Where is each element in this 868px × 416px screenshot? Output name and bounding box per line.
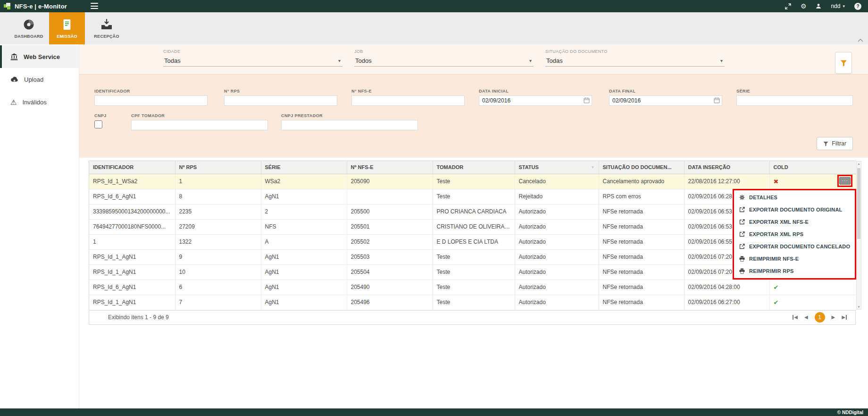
tab-dashboard[interactable]: DASHBOARD bbox=[8, 12, 49, 44]
next-page-button[interactable]: ▶ bbox=[832, 315, 835, 320]
col-data-insercao[interactable]: DATA INSERÇÃO bbox=[684, 161, 769, 174]
scrollbar-thumb[interactable] bbox=[857, 168, 860, 239]
data-inicial-input[interactable] bbox=[479, 95, 592, 106]
table-row[interactable]: RPS_Id_6_AgN1 6 AgN1 205490 Teste Autori… bbox=[89, 280, 856, 295]
calendar-icon[interactable] bbox=[584, 97, 590, 103]
menu-toggle-icon[interactable] bbox=[91, 3, 98, 9]
col-identificador[interactable]: IDENTIFICADOR bbox=[89, 161, 175, 174]
tab-emissao-label: EMISSÃO bbox=[57, 34, 77, 39]
menu-item-detalhes[interactable]: DETALHES bbox=[734, 191, 855, 204]
printer-icon bbox=[739, 256, 745, 262]
identificador-input[interactable] bbox=[94, 95, 208, 106]
table-header-row: IDENTIFICADOR Nº RPS SÉRIE Nº NFS-E TOMA… bbox=[89, 161, 856, 174]
table-row[interactable]: RPS_Id_1_WSa2 1 WSa2 205090 Teste Cancel… bbox=[89, 174, 856, 189]
chevron-down-icon: ▾ bbox=[338, 58, 341, 63]
cell-n-nfse: 205496 bbox=[347, 295, 433, 310]
sidebar-item-upload[interactable]: Upload bbox=[0, 68, 79, 91]
scroll-down-icon[interactable]: ▼ bbox=[857, 306, 861, 308]
previous-page-button[interactable]: ◀ bbox=[804, 315, 808, 320]
cell-serie: AgN1 bbox=[261, 295, 347, 310]
cell-status: Autorizado bbox=[515, 234, 599, 249]
sidebar-item-invalidos[interactable]: ⚠ Inválidos bbox=[0, 91, 79, 113]
current-page-button[interactable]: 1 bbox=[815, 312, 825, 323]
inbox-download-icon bbox=[100, 18, 113, 31]
cell-situacao: NFSe retornada bbox=[599, 204, 684, 219]
cell-n-rps: 27209 bbox=[175, 219, 261, 234]
menu-item-reimprimir-rps[interactable]: REIMPRIMIR RPS bbox=[734, 265, 855, 277]
tab-emissao[interactable]: EMISSÃO bbox=[49, 12, 85, 44]
menu-item-exportar-xml-rps[interactable]: EXPORTAR XML RPS bbox=[734, 228, 855, 240]
cell-n-rps: 1 bbox=[175, 174, 261, 189]
col-tomador[interactable]: TOMADOR bbox=[433, 161, 515, 174]
bank-icon bbox=[10, 53, 18, 60]
cell-tomador: Teste bbox=[433, 295, 515, 310]
scroll-up-icon[interactable]: ▲ bbox=[857, 162, 861, 165]
cidade-select[interactable]: CIDADE Todas▾ bbox=[163, 49, 342, 67]
col-n-nfse[interactable]: Nº NFS-E bbox=[347, 161, 433, 174]
col-situacao-documento[interactable]: SITUAÇÃO DO DOCUMEN... bbox=[599, 161, 684, 174]
data-inicial-label: DATA INICIAL bbox=[479, 89, 592, 93]
sort-indicator-icon[interactable]: ▼ bbox=[591, 165, 595, 170]
cell-serie: AgN1 bbox=[261, 249, 347, 264]
sidebar-item-web-service[interactable]: Web Service bbox=[0, 45, 79, 68]
cell-serie: AgN1 bbox=[261, 280, 347, 295]
cell-identificador: 1 bbox=[89, 234, 175, 249]
cell-n-rps: 7 bbox=[175, 295, 261, 310]
menu-item-reimprimir-nfse[interactable]: REIMPRIMIR NFS-E bbox=[734, 253, 855, 265]
cidade-label: CIDADE bbox=[163, 49, 342, 54]
collapse-chevron-icon[interactable] bbox=[858, 38, 863, 42]
app-window: NFS-e | e-Monitor ⚙ ndd ▾ ? DASHBOARD bbox=[0, 0, 868, 416]
table-scrollbar[interactable]: ▲ ▼ bbox=[856, 161, 861, 310]
serie-field: SÉRIE bbox=[736, 89, 853, 106]
cnpj-prestador-label: CNPJ PRESTADOR bbox=[281, 113, 418, 118]
cell-n-nfse: 205490 bbox=[347, 280, 433, 295]
cell-tomador: CRISTIANO DE OLIVEIRA D... bbox=[433, 219, 515, 234]
last-page-button[interactable]: ▶ bbox=[842, 315, 847, 320]
filter-toggle-button[interactable] bbox=[835, 52, 852, 74]
first-page-button[interactable]: ◀ bbox=[793, 315, 798, 320]
col-status[interactable]: ▼STATUS bbox=[515, 161, 599, 174]
menu-item-label: EXPORTAR DOCUMENTO ORIGINAL bbox=[749, 207, 843, 212]
menu-item-exportar-documento-cancelado[interactable]: EXPORTAR DOCUMENTO CANCELADO bbox=[734, 240, 855, 253]
col-n-rps[interactable]: Nº RPS bbox=[175, 161, 261, 174]
cell-tomador: Teste bbox=[433, 249, 515, 264]
tab-recepcao[interactable]: RECEPÇÃO bbox=[85, 12, 128, 44]
filter-fields: IDENTIFICADOR N° RPS N° NFS-E DATA INICI… bbox=[79, 75, 868, 158]
settings-gears-icon[interactable]: ⚙ bbox=[801, 3, 807, 9]
menu-item-exportar-xml-nfse[interactable]: EXPORTAR XML NFS-E bbox=[734, 216, 855, 228]
funnel-icon bbox=[840, 59, 847, 67]
help-icon[interactable]: ? bbox=[854, 3, 861, 10]
col-serie[interactable]: SÉRIE bbox=[261, 161, 347, 174]
cell-cold: ✔ bbox=[769, 295, 856, 310]
serie-input[interactable] bbox=[736, 95, 853, 106]
user-dropdown[interactable]: ndd ▾ bbox=[831, 3, 845, 9]
filtrar-button[interactable]: Filtrar bbox=[817, 137, 853, 150]
data-final-field: DATA FINAL bbox=[609, 89, 722, 106]
user-icon[interactable] bbox=[816, 3, 821, 9]
col-cold[interactable]: COLD bbox=[769, 161, 856, 174]
fullscreen-icon[interactable] bbox=[785, 3, 791, 9]
cnpj-prestador-input[interactable] bbox=[281, 120, 418, 130]
situacao-documento-select[interactable]: SITUAÇÃO DO DOCUMENTO Todas▾ bbox=[545, 49, 725, 67]
cnpj-checkbox[interactable] bbox=[94, 120, 102, 128]
cpf-tomador-input[interactable] bbox=[131, 120, 268, 130]
export-icon bbox=[739, 207, 745, 212]
job-select[interactable]: JOB Todos▾ bbox=[354, 49, 534, 67]
n-rps-input[interactable] bbox=[224, 95, 337, 106]
row-actions-button[interactable]: ··· bbox=[839, 177, 851, 185]
pagination: ◀ ◀ 1 ▶ ▶ bbox=[793, 312, 847, 323]
cell-tomador: Teste bbox=[433, 264, 515, 280]
cell-n-nfse: 205500 bbox=[347, 204, 433, 219]
printer-icon bbox=[739, 268, 745, 274]
bottom-bar: © NDDigital bbox=[0, 408, 868, 416]
cell-cold: ✔ bbox=[769, 280, 856, 295]
menu-item-exportar-documento-original[interactable]: EXPORTAR DOCUMENTO ORIGINAL bbox=[734, 204, 855, 216]
calendar-icon[interactable] bbox=[714, 97, 720, 103]
cell-data-insercao: 22/08/2016 12:27:00 bbox=[684, 174, 769, 189]
data-final-input[interactable] bbox=[609, 95, 722, 106]
n-nfse-input[interactable] bbox=[351, 95, 465, 106]
chevron-down-icon: ▾ bbox=[720, 58, 723, 63]
cold-status-icon: ✖ bbox=[774, 178, 779, 185]
table-row[interactable]: RPS_Id_1_AgN1 7 AgN1 205496 Teste Autori… bbox=[89, 295, 856, 310]
n-nfse-label: N° NFS-E bbox=[351, 89, 465, 93]
